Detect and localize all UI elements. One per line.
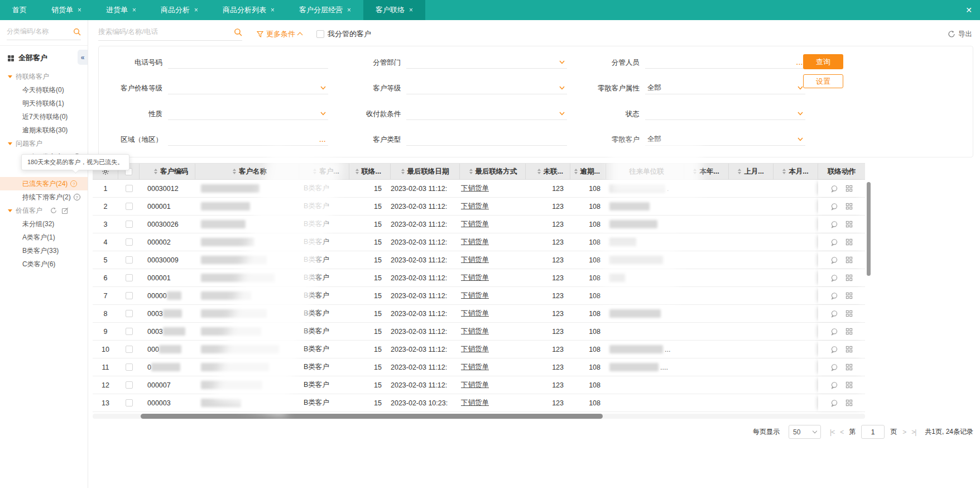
checkbox-icon[interactable] — [126, 238, 133, 246]
checkbox-icon[interactable] — [126, 221, 133, 228]
ellipsis-icon[interactable]: ... — [796, 61, 803, 64]
row-checkbox[interactable] — [118, 358, 140, 376]
filter-input[interactable]: 全部 — [645, 133, 805, 146]
tab-进货单[interactable]: 进货单× — [94, 0, 148, 20]
sort-icons[interactable] — [537, 169, 541, 174]
tab-商品分析[interactable]: 商品分析× — [148, 0, 210, 20]
tab-close-icon[interactable]: × — [132, 6, 136, 14]
row-checkbox[interactable] — [118, 233, 140, 251]
checkbox-icon[interactable] — [126, 185, 133, 192]
filter-input[interactable] — [168, 82, 328, 94]
last-page-button[interactable]: >| — [911, 428, 916, 436]
export-button[interactable]: 导出 — [948, 30, 972, 39]
tab-close-icon[interactable]: × — [194, 6, 198, 14]
create-sales-order-link[interactable]: 下销货单 — [461, 291, 489, 300]
contact-record-icon[interactable] — [830, 256, 838, 264]
chevron-down-icon[interactable] — [798, 137, 803, 141]
my-customers-checkbox[interactable]: 我分管的客户 — [316, 29, 371, 39]
customer-search-input[interactable]: 搜索编码/名称/电话 — [98, 27, 242, 41]
checkbox-icon[interactable] — [126, 292, 133, 299]
more-actions-grid-icon[interactable] — [846, 363, 853, 371]
row-checkbox[interactable] — [118, 180, 140, 197]
checkbox-icon[interactable] — [126, 346, 133, 353]
checkbox-icon[interactable] — [126, 274, 133, 281]
help-icon[interactable]: ? — [70, 180, 77, 187]
prev-page-button[interactable]: < — [840, 428, 843, 436]
create-sales-order-link[interactable]: 下销货单 — [461, 380, 489, 390]
column-header-上月...[interactable]: 上月... — [729, 164, 774, 179]
chevron-down-icon[interactable] — [798, 112, 803, 116]
sidebar-item-B类客户(33)[interactable]: B类客户(33) — [0, 244, 88, 257]
sidebar-item-近7天待联络(0)[interactable]: 近7天待联络(0) — [0, 110, 88, 123]
sidebar-group-价值客户[interactable]: 价值客户 — [0, 204, 88, 217]
create-sales-order-link[interactable]: 下销货单 — [461, 327, 489, 336]
more-actions-grid-icon[interactable] — [846, 292, 853, 299]
column-header-最后联络日期[interactable]: 最后联络日期 — [391, 164, 460, 179]
column-header-本年...[interactable]: 本年... — [684, 164, 729, 179]
more-actions-grid-icon[interactable] — [846, 221, 853, 228]
row-checkbox[interactable] — [118, 394, 140, 412]
contact-record-icon[interactable] — [830, 381, 838, 389]
sidebar-item-C类客户(6)[interactable]: C类客户(6) — [0, 257, 88, 271]
sidebar-group-待联络客户[interactable]: 待联络客户 — [0, 70, 88, 83]
sidebar-item-未分组(32)[interactable]: 未分组(32) — [0, 217, 88, 231]
sort-icons[interactable] — [469, 169, 473, 174]
more-actions-grid-icon[interactable] — [846, 328, 853, 335]
checkbox-icon[interactable] — [126, 399, 133, 406]
more-actions-grid-icon[interactable] — [846, 346, 853, 353]
filter-input[interactable] — [406, 108, 566, 120]
column-header-联络...[interactable]: 联络... — [349, 164, 391, 179]
collapse-sidebar-button[interactable]: « — [78, 50, 88, 65]
sort-icons[interactable] — [693, 169, 696, 174]
row-checkbox[interactable] — [118, 269, 140, 286]
sidebar-item-今天待联络(0)[interactable]: 今天待联络(0) — [0, 83, 88, 97]
create-sales-order-link[interactable]: 下销货单 — [461, 273, 489, 283]
sort-icons[interactable] — [782, 169, 786, 174]
contact-record-icon[interactable] — [830, 346, 838, 353]
contact-record-icon[interactable] — [830, 203, 838, 210]
horizontal-scrollbar-thumb[interactable] — [141, 414, 603, 419]
sidebar-item-持续下滑客户(2)[interactable]: 持续下滑客户(2)? — [0, 190, 88, 204]
create-sales-order-link[interactable]: 下销货单 — [461, 362, 489, 372]
filter-input[interactable] — [645, 108, 805, 120]
search-icon[interactable] — [234, 28, 242, 36]
contact-record-icon[interactable] — [830, 185, 838, 193]
help-icon[interactable]: ? — [74, 194, 80, 200]
next-page-button[interactable]: > — [902, 428, 906, 436]
sidebar-item-all-customers[interactable]: 全部客户 « — [0, 46, 88, 70]
column-header-客户编码[interactable]: 客户编码 — [140, 164, 195, 179]
more-actions-grid-icon[interactable] — [846, 203, 853, 210]
column-header-客户名称[interactable]: 客户名称 — [195, 164, 299, 179]
vertical-scrollbar[interactable] — [867, 182, 871, 276]
create-sales-order-link[interactable]: 下销货单 — [461, 219, 489, 229]
column-header-逾期...[interactable]: 逾期... — [570, 164, 606, 179]
tab-商品分析列表[interactable]: 商品分析列表× — [210, 0, 287, 20]
sort-icons[interactable] — [313, 169, 316, 174]
column-header-本月...[interactable]: 本月... — [774, 164, 818, 179]
checkbox-icon[interactable] — [126, 310, 133, 317]
tab-首页[interactable]: 首页 — [0, 0, 39, 20]
more-actions-grid-icon[interactable] — [846, 238, 853, 246]
chevron-down-icon[interactable] — [320, 112, 326, 116]
create-sales-order-link[interactable]: 下销货单 — [461, 184, 489, 193]
sidebar-item-已流失客户(24)[interactable]: 已流失客户(24)? — [0, 177, 88, 190]
search-icon[interactable] — [73, 28, 81, 36]
tab-销货单[interactable]: 销货单× — [39, 0, 94, 20]
column-header-联络动作[interactable]: 联络动作 — [818, 164, 865, 179]
contact-record-icon[interactable] — [830, 238, 838, 246]
row-checkbox[interactable] — [118, 341, 140, 358]
sort-icons[interactable] — [401, 169, 405, 174]
tab-close-icon[interactable]: × — [347, 6, 351, 14]
tab-close-icon[interactable]: × — [78, 6, 81, 14]
more-actions-grid-icon[interactable] — [846, 399, 853, 406]
row-checkbox[interactable] — [118, 198, 140, 215]
sort-icons[interactable] — [738, 169, 741, 174]
column-header-客户...[interactable]: 客户... — [299, 164, 349, 179]
first-page-button[interactable]: |< — [830, 428, 834, 436]
tab-客户联络[interactable]: 客户联络× — [363, 0, 425, 20]
contact-record-icon[interactable] — [830, 328, 838, 336]
filter-input[interactable] — [168, 108, 328, 120]
category-search-input[interactable]: 分类编码/名称 — [7, 27, 81, 40]
contact-record-icon[interactable] — [830, 292, 838, 300]
chevron-down-icon[interactable] — [559, 112, 565, 116]
